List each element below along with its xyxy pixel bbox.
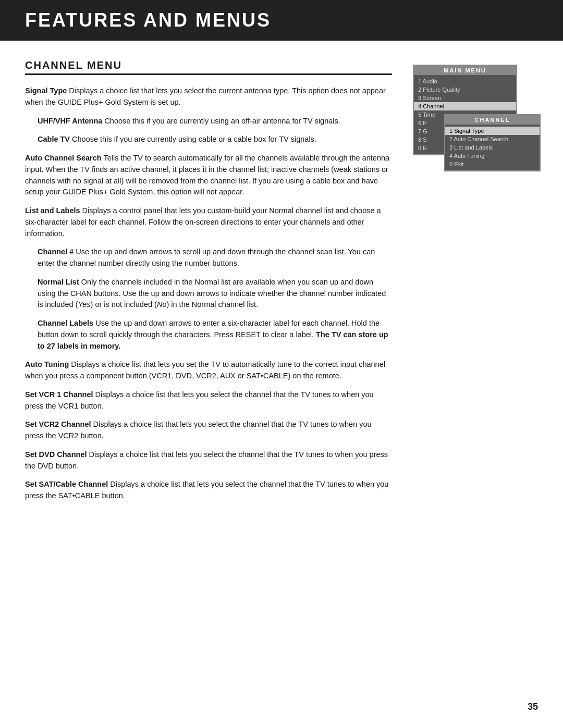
set-vcr2-label: Set VCR2 Channel <box>25 420 91 428</box>
main-menu-title: MAIN MENU <box>414 66 516 75</box>
main-menu-item-picture-quality[interactable]: 2 Picture Quality <box>414 85 516 94</box>
channel-hash-block: Channel # Use the up and down arrows to … <box>25 246 392 269</box>
left-column: CHANNEL MENU Signal Type Displays a choi… <box>25 59 392 509</box>
auto-channel-search-block: Auto Channel Search Tells the TV to sear… <box>25 153 392 198</box>
list-labels-block: List and Labels Displays a control panel… <box>25 205 392 239</box>
normal-list-block: Normal List Only the channels included i… <box>25 277 392 311</box>
page-header: FEATURES AND MENUS <box>0 0 563 41</box>
cabletv-text: Choose this if you are currently using c… <box>72 135 316 143</box>
set-vcr1-block: Set VCR 1 Channel Displays a choice list… <box>25 389 392 412</box>
uhfvhf-block: UHF/VHF Antenna Choose this if you are c… <box>25 116 392 127</box>
set-vcr1-label: Set VCR 1 Channel <box>25 390 93 399</box>
page-number: 35 <box>528 701 538 712</box>
uhfvhf-label: UHF/VHF Antenna <box>38 117 102 125</box>
signal-type-block: Signal Type Displays a choice list that … <box>25 85 392 108</box>
channel-labels-label: Channel Labels <box>38 319 93 327</box>
tv-menu-container: MAIN MENU 1 Audio 2 Picture Quality 3 Sc… <box>413 65 533 155</box>
auto-channel-search-label: Auto Channel Search <box>25 154 102 162</box>
channel-menu-title: CHANNEL <box>445 115 540 125</box>
page-title: FEATURES AND MENUS <box>25 9 538 31</box>
cabletv-label: Cable TV <box>38 135 70 143</box>
auto-tuning-block: Auto Tuning Displays a choice list that … <box>25 359 392 382</box>
list-labels-label: List and Labels <box>25 206 80 215</box>
channel-item-signal-type[interactable]: 1 Signal Type <box>445 127 540 135</box>
channel-submenu: CHANNEL 1 Signal Type 2 Auto Channel Sea… <box>444 114 541 171</box>
channel-item-auto-search[interactable]: 2 Auto Channel Search <box>445 135 540 143</box>
right-column: MAIN MENU 1 Audio 2 Picture Quality 3 Sc… <box>413 59 538 509</box>
auto-tuning-label: Auto Tuning <box>25 360 69 368</box>
set-dvd-block: Set DVD Channel Displays a choice list t… <box>25 449 392 472</box>
channel-item-auto-tuning[interactable]: 4 Auto Tuning <box>445 152 540 160</box>
signal-type-label: Signal Type <box>25 87 67 95</box>
cabletv-block: Cable TV Choose this if you are currentl… <box>25 134 392 145</box>
normal-list-text: Only the channels included in the Normal… <box>38 278 386 309</box>
normal-list-label: Normal List <box>38 278 79 286</box>
channel-menu-items: 1 Signal Type 2 Auto Channel Search 3 Li… <box>445 125 540 170</box>
set-sat-block: Set SAT/Cable Channel Displays a choice … <box>25 479 392 502</box>
main-menu-item-screen[interactable]: 3 Screen <box>414 94 516 102</box>
channel-item-exit[interactable]: 0 Exit <box>445 160 540 168</box>
signal-type-text: Displays a choice list that lets you sel… <box>25 87 386 106</box>
channel-hash-label: Channel # <box>38 248 74 256</box>
set-dvd-label: Set DVD Channel <box>25 450 87 459</box>
set-sat-label: Set SAT/Cable Channel <box>25 480 108 488</box>
uhfvhf-text: Choose this if you are currently using a… <box>104 117 340 125</box>
channel-labels-block: Channel Labels Use the up and down arrow… <box>25 318 392 352</box>
channel-item-list-labels[interactable]: 3 List and Labels <box>445 143 540 152</box>
main-menu-item-audio[interactable]: 1 Audio <box>414 77 516 85</box>
section-title: CHANNEL MENU <box>25 59 392 75</box>
set-vcr2-block: Set VCR2 Channel Displays a choice list … <box>25 419 392 442</box>
main-menu-item-channel[interactable]: 4 Channel <box>414 102 516 110</box>
channel-hash-text: Use the up and down arrows to scroll up … <box>38 248 375 267</box>
auto-tuning-text: Displays a choice list that lets you set… <box>25 360 385 380</box>
